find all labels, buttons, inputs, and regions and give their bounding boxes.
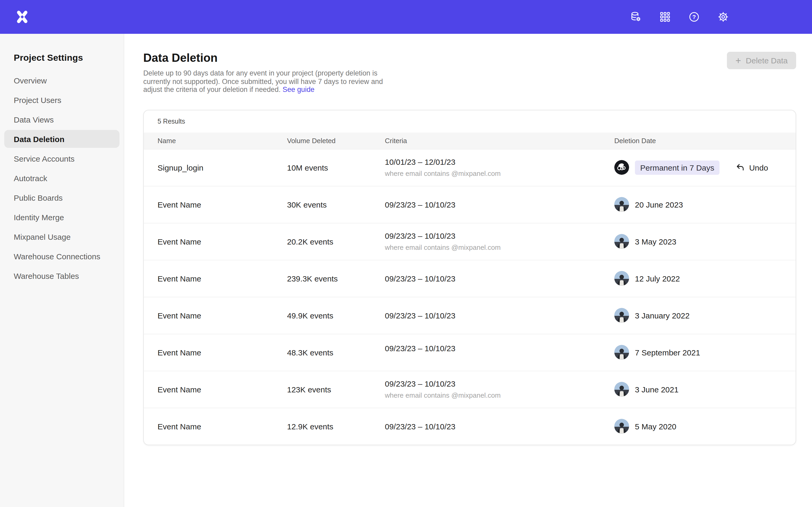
status-badge: Permanent in 7 Days	[635, 161, 719, 175]
sidebar-item-public-boards[interactable]: Public Boards	[4, 188, 119, 207]
deletion-date: 3 January 2022	[635, 311, 690, 320]
data-management-icon[interactable]	[630, 11, 642, 23]
doodle-avatar	[614, 160, 629, 175]
sidebar-item-project-users[interactable]: Project Users	[4, 91, 119, 109]
row-volume: 239.3K events	[287, 274, 385, 283]
help-icon[interactable]: ?	[688, 11, 700, 23]
row-name: Event Name	[158, 422, 287, 431]
see-guide-link[interactable]: See guide	[283, 86, 314, 94]
person-avatar	[614, 308, 629, 323]
topbar: ?	[0, 0, 812, 34]
row-criteria: 09/23/23 – 10/10/23	[385, 380, 614, 388]
person-avatar	[614, 197, 629, 212]
deletion-date: 5 May 2020	[635, 422, 676, 431]
sidebar-item-data-deletion[interactable]: Data Deletion	[4, 130, 119, 148]
row-name: Event Name	[158, 311, 287, 320]
row-volume: 49.9K events	[287, 311, 385, 320]
row-criteria-subtext	[385, 353, 614, 361]
sidebar-item-service-accounts[interactable]: Service Accounts	[4, 150, 119, 167]
table-row: Event Name 20.2K events 09/23/23 – 10/10…	[144, 223, 796, 260]
row-name: Event Name	[158, 274, 287, 283]
column-header-criteria: Criteria	[385, 137, 614, 145]
delete-data-button[interactable]: + Delete Data	[727, 52, 796, 69]
deletion-date: 3 June 2021	[635, 385, 678, 394]
apps-grid-icon[interactable]	[659, 11, 671, 23]
undo-icon	[735, 163, 745, 172]
results-count: 5 Results	[144, 110, 796, 132]
row-criteria: 09/23/23 – 10/10/23	[385, 232, 614, 240]
row-name: Event Name	[158, 385, 287, 394]
sidebar-item-warehouse-connections[interactable]: Warehouse Connections	[4, 247, 119, 265]
table-row: Event Name 49.9K events 09/23/23 – 10/10…	[144, 297, 796, 334]
person-avatar	[614, 382, 629, 397]
undo-label: Undo	[749, 163, 768, 172]
sidebar-nav: Overview Project Users Data Views Data D…	[4, 71, 119, 285]
row-criteria: 09/23/23 – 10/10/23	[385, 274, 614, 283]
table-row: Event Name 123K events 09/23/23 – 10/10/…	[144, 371, 796, 408]
undo-button[interactable]: Undo	[735, 163, 768, 172]
column-header-volume-deleted: Volume Deleted	[287, 137, 385, 145]
table-row: Event Name 12.9K events 09/23/23 – 10/10…	[144, 408, 796, 445]
app-window: ? Project Settings Overview Project User…	[0, 0, 812, 507]
row-criteria: 09/23/23 – 10/10/23	[385, 344, 614, 353]
person-avatar	[614, 271, 629, 286]
column-header-deletion-date: Deletion Date	[614, 137, 782, 145]
sidebar-item-warehouse-tables[interactable]: Warehouse Tables	[4, 267, 119, 285]
sidebar-item-identity-merge[interactable]: Identity Merge	[4, 208, 119, 226]
sidebar-item-autotrack[interactable]: Autotrack	[4, 169, 119, 187]
sidebar-item-overview[interactable]: Overview	[4, 71, 119, 89]
row-volume: 48.3K events	[287, 348, 385, 357]
main-content: Data Deletion Delete up to 90 days data …	[124, 34, 812, 507]
row-criteria-subtext: where email contains @mixpanel.com	[385, 170, 614, 178]
mixpanel-logo[interactable]	[15, 10, 29, 24]
deletion-date: 3 May 2023	[635, 237, 676, 246]
row-criteria-subtext: where email contains @mixpanel.com	[385, 392, 614, 399]
row-volume: 30K events	[287, 200, 385, 209]
page-title: Data Deletion	[143, 51, 388, 65]
deletion-date: 12 July 2022	[635, 274, 680, 283]
row-criteria: 09/23/23 – 10/10/23	[385, 311, 614, 320]
person-avatar	[614, 234, 629, 249]
delete-data-label: Delete Data	[746, 56, 788, 65]
person-avatar	[614, 345, 629, 360]
row-criteria-subtext: where email contains @mixpanel.com	[385, 244, 614, 251]
description-text: Delete up to 90 days data for any event …	[143, 69, 383, 94]
column-header-name: Name	[158, 137, 287, 145]
row-name: Event Name	[158, 200, 287, 209]
sidebar-title: Project Settings	[14, 53, 119, 63]
row-name: Event Name	[158, 348, 287, 357]
deletion-date: 7 September 2021	[635, 348, 700, 357]
settings-gear-icon[interactable]	[717, 11, 729, 23]
row-criteria: 09/23/23 – 10/10/23	[385, 422, 614, 431]
person-avatar	[614, 419, 629, 434]
table-row: Signup_login 10M events 10/01/23 – 12/01…	[144, 149, 796, 186]
plus-icon: +	[735, 56, 741, 65]
table-row: Event Name 239.3K events 09/23/23 – 10/1…	[144, 260, 796, 297]
row-name: Event Name	[158, 237, 287, 246]
row-volume: 20.2K events	[287, 237, 385, 246]
results-card: 5 Results Name Volume Deleted Criteria D…	[143, 110, 796, 445]
table-row: Event Name 48.3K events 09/23/23 – 10/10…	[144, 334, 796, 371]
sidebar: Project Settings Overview Project Users …	[0, 34, 124, 507]
row-volume: 12.9K events	[287, 422, 385, 431]
row-volume: 123K events	[287, 385, 385, 394]
deletion-date: 20 June 2023	[635, 200, 683, 209]
table-header-row: Name Volume Deleted Criteria Deletion Da…	[144, 132, 796, 149]
row-criteria: 09/23/23 – 10/10/23	[385, 200, 614, 209]
row-name: Signup_login	[158, 163, 287, 172]
row-criteria: 10/01/23 – 12/01/23	[385, 158, 614, 167]
row-volume: 10M events	[287, 163, 385, 172]
svg-text:?: ?	[692, 14, 696, 20]
table-row: Event Name 30K events 09/23/23 – 10/10/2…	[144, 186, 796, 223]
page-description: Delete up to 90 days data for any event …	[143, 69, 388, 94]
sidebar-item-data-views[interactable]: Data Views	[4, 110, 119, 128]
topbar-icons: ?	[630, 0, 729, 34]
sidebar-item-mixpanel-usage[interactable]: Mixpanel Usage	[4, 228, 119, 245]
